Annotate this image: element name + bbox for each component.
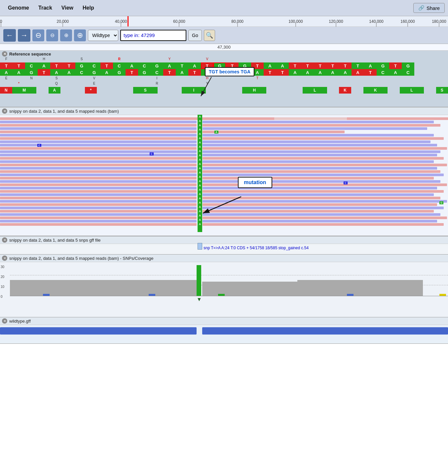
zoom-out-button[interactable]: ⊖ <box>46 29 58 41</box>
menu-track[interactable]: Track <box>34 3 57 13</box>
snp-track: ✕ snippy on data 2, data 1, and data 5 s… <box>0 236 448 255</box>
share-label: Share <box>427 5 440 11</box>
annotation-bar-2 <box>202 327 448 335</box>
search-button[interactable]: 🔍 <box>204 30 215 41</box>
coverage-track-label: snippy on data 2, data 1, and data 5 map… <box>9 256 153 261</box>
drop-marker: ▼ <box>197 297 202 302</box>
menu-view[interactable]: View <box>57 3 78 13</box>
position-input[interactable] <box>120 30 186 41</box>
coverage-green-spike <box>197 265 201 296</box>
bam-track-close[interactable]: ✕ <box>2 108 7 114</box>
ref-track-header: ✕ Reference sequence <box>0 51 448 57</box>
cov-mark-4 <box>347 294 354 296</box>
coverage-gray-3 <box>297 280 423 296</box>
tgt-callout: TGT becomes TGA <box>205 67 254 76</box>
position-value: 47,300 <box>217 45 231 50</box>
annotation-bar-1 <box>0 327 197 335</box>
genome-ruler: 0 20,000 40,000 60,000 80,000 100,000 12… <box>0 16 448 27</box>
forward-button[interactable]: → <box>18 29 30 42</box>
go-button[interactable]: Go <box>188 30 202 41</box>
cov-mark-2 <box>149 294 155 296</box>
bam-track-label: snippy on data 2, data 1, and data 5 map… <box>9 109 119 114</box>
zoom-in-button[interactable]: ⊕ <box>60 29 72 41</box>
coverage-track: ✕ snippy on data 2, data 1, and data 5 m… <box>0 255 448 317</box>
ann-track-close[interactable]: ✕ <box>2 318 7 324</box>
coverage-track-header: ✕ snippy on data 2, data 1, and data 5 m… <box>0 255 448 262</box>
reference-track: ✕ Reference sequence F H S R Y V T T C A… <box>0 51 448 107</box>
snp-track-close[interactable]: ✕ <box>2 237 7 243</box>
snp-track-label: snippy on data 2, data 1, and data 5 snp… <box>9 238 101 243</box>
mutation-callout: mutation <box>238 177 272 188</box>
ref-track-close[interactable]: ✕ <box>2 51 7 57</box>
ann-track-label: wildtype.gff <box>9 319 31 324</box>
snp-marker <box>198 243 202 250</box>
coverage-gray-1 <box>10 280 197 296</box>
share-button[interactable]: 🔗 Share <box>413 3 445 13</box>
bam-track-header: ✕ snippy on data 2, data 1, and data 5 m… <box>0 107 448 115</box>
ref-track-label: Reference sequence <box>9 52 51 57</box>
position-label: 47,300 <box>0 44 448 51</box>
wildtype-select[interactable]: Wildtype <box>88 30 118 41</box>
menu-genome[interactable]: Genome <box>3 3 34 13</box>
coverage-track-close[interactable]: ✕ <box>2 256 7 261</box>
zoom-in-big-button[interactable]: ⊕ <box>74 29 86 41</box>
snp-track-header: ✕ snippy on data 2, data 1, and data 5 s… <box>0 236 448 244</box>
search-icon: 🔍 <box>206 32 213 39</box>
cov-mark-3 <box>218 294 225 296</box>
annotation-track: ✕ wildtype.gff <box>0 317 448 344</box>
menubar: Genome Track View Help 🔗 Share <box>0 0 448 16</box>
zoom-out-big-button[interactable]: ⊖ <box>32 29 44 41</box>
snp-annotation: snp T=>A A:24 T:0 CDS + 54/1758 18/585 s… <box>0 244 448 252</box>
cov-mark-5 <box>439 294 446 296</box>
link-icon: 🔗 <box>418 5 425 11</box>
cov-mark-1 <box>43 294 50 296</box>
menu-help[interactable]: Help <box>78 3 99 13</box>
bam-track: ✕ snippy on data 2, data 1, and data 5 m… <box>0 107 448 236</box>
position-cursor <box>128 16 129 26</box>
back-button[interactable]: ← <box>3 29 16 42</box>
toolbar: ← → ⊖ ⊖ ⊕ ⊕ Wildtype Go 🔍 <box>0 27 448 44</box>
ann-track-header: ✕ wildtype.gff <box>0 317 448 325</box>
